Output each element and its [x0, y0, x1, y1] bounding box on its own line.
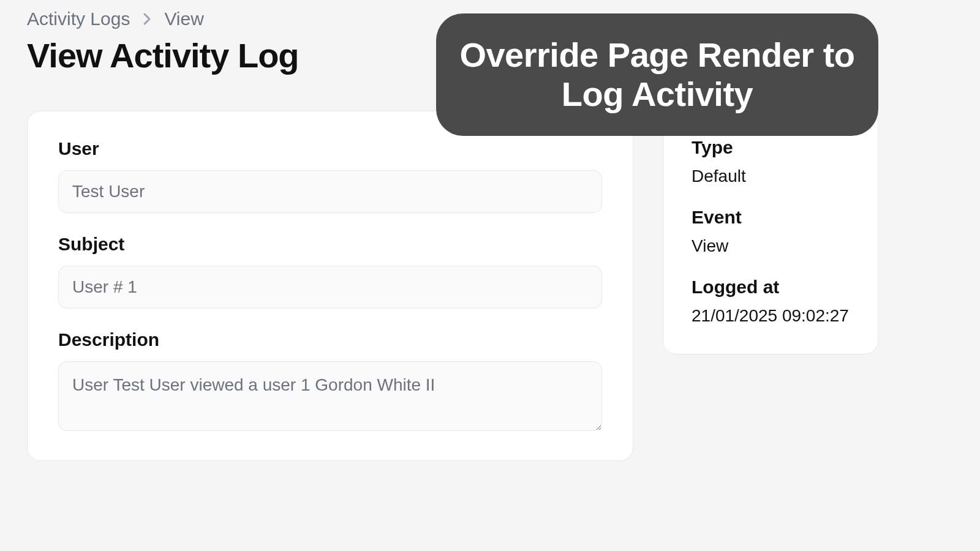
content-area: User Subject Description User Test User …	[27, 111, 953, 461]
user-label: User	[58, 138, 602, 159]
breadcrumb-current: View	[164, 9, 203, 29]
chevron-right-icon	[142, 12, 152, 26]
overlay-text: Override Page Render to Log Activity	[454, 36, 860, 114]
breadcrumb-root-link[interactable]: Activity Logs	[27, 9, 130, 29]
description-field: Description User Test User viewed a user…	[58, 329, 602, 433]
subject-label: Subject	[58, 234, 602, 255]
activity-detail-card: User Subject Description User Test User …	[27, 111, 633, 461]
activity-meta-card: Type Default Event View Logged at 21/01/…	[663, 111, 878, 354]
meta-event-value: View	[692, 236, 850, 256]
meta-event: Event View	[692, 207, 850, 256]
meta-logged-at-value: 21/01/2025 09:02:27	[692, 306, 850, 326]
overlay-banner: Override Page Render to Log Activity	[436, 13, 878, 136]
user-input[interactable]	[58, 170, 602, 213]
description-textarea[interactable]: User Test User viewed a user 1 Gordon Wh…	[58, 361, 602, 431]
subject-field: Subject	[58, 234, 602, 309]
description-label: Description	[58, 329, 602, 350]
meta-event-label: Event	[692, 207, 850, 228]
meta-type: Type Default	[692, 137, 850, 186]
meta-type-label: Type	[692, 137, 850, 158]
meta-logged-at: Logged at 21/01/2025 09:02:27	[692, 277, 850, 326]
meta-type-value: Default	[692, 167, 850, 186]
subject-input[interactable]	[58, 266, 602, 309]
meta-logged-at-label: Logged at	[692, 277, 850, 298]
user-field: User	[58, 138, 602, 213]
